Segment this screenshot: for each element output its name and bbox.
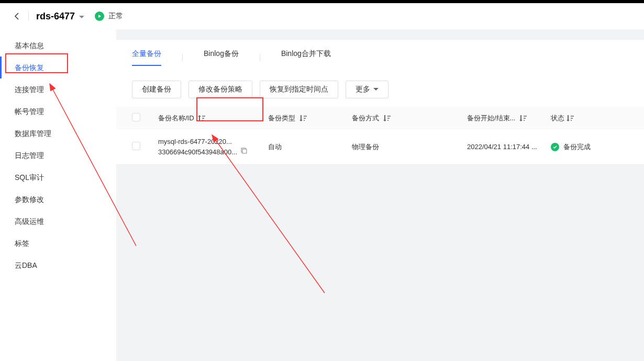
sidebar-item-tags[interactable]: 标签 <box>0 232 116 254</box>
backup-type: 自动 <box>268 142 352 152</box>
th-time[interactable]: 备份开始/结束... <box>467 114 515 122</box>
th-type[interactable]: 备份类型 <box>268 114 295 122</box>
sort-icon[interactable] <box>198 115 205 121</box>
header-divider <box>28 12 29 21</box>
sidebar: 基本信息 备份恢复 连接管理 帐号管理 数据库管理 日志管理 SQL审计 参数修… <box>0 29 116 361</box>
sort-icon[interactable] <box>519 115 527 121</box>
tab-binlog-backup[interactable]: Binlog备份 <box>204 49 239 66</box>
row-checkbox[interactable] <box>132 142 140 150</box>
restore-to-time-button[interactable]: 恢复到指定时间点 <box>260 81 338 98</box>
main-content: 全量备份 Binlog备份 Binlog合并下载 创建备份 修改备份策略 恢复到… <box>116 29 644 361</box>
sidebar-item-backup-restore[interactable]: 备份恢复 <box>0 57 116 78</box>
instance-name[interactable]: rds-6477 <box>36 11 75 22</box>
status-badge: 备份完成 <box>551 142 591 152</box>
sidebar-item-database[interactable]: 数据库管理 <box>0 122 116 144</box>
backup-name-cell: mysql-rds-6477-20220... 3306694c90f54394… <box>158 137 268 157</box>
sidebar-item-basic-info[interactable]: 基本信息 <box>0 35 116 57</box>
sidebar-item-connection[interactable]: 连接管理 <box>0 78 116 100</box>
status-text: 正常 <box>108 12 123 21</box>
page-header: rds-6477 正常 <box>0 3 644 29</box>
copy-icon[interactable] <box>240 147 248 157</box>
backup-id: 3306694c90f543948a00... <box>158 147 237 157</box>
select-all-checkbox[interactable] <box>132 113 140 121</box>
status-label: 备份完成 <box>563 142 591 152</box>
more-button[interactable]: 更多 <box>346 81 388 98</box>
sort-icon[interactable] <box>567 115 574 121</box>
backup-method: 物理备份 <box>352 142 467 152</box>
tab-divider <box>182 54 183 61</box>
th-status[interactable]: 状态 <box>551 114 564 123</box>
back-button[interactable] <box>10 10 23 22</box>
th-name[interactable]: 备份名称/ID <box>158 114 194 122</box>
backup-table: 备份名称/ID 备份类型 备份方式 <box>116 107 644 165</box>
table-header: 备份名称/ID 备份类型 备份方式 <box>116 107 644 129</box>
instance-dropdown-icon[interactable] <box>79 12 84 20</box>
th-method[interactable]: 备份方式 <box>352 114 379 122</box>
tab-full-backup[interactable]: 全量备份 <box>132 49 161 66</box>
sort-icon[interactable] <box>383 115 391 121</box>
sidebar-item-advanced[interactable]: 高级运维 <box>0 210 116 232</box>
sidebar-item-account[interactable]: 帐号管理 <box>0 100 116 122</box>
modify-backup-policy-button[interactable]: 修改备份策略 <box>188 81 252 98</box>
sidebar-item-cloud-dba[interactable]: 云DBA <box>0 254 116 276</box>
toolbar: 创建备份 修改备份策略 恢复到指定时间点 更多 <box>116 66 644 107</box>
check-circle-icon <box>551 143 559 151</box>
create-backup-button[interactable]: 创建备份 <box>132 81 181 98</box>
backup-time: 2022/04/21 11:17:44 ... <box>467 143 551 151</box>
tabs-bar: 全量备份 Binlog备份 Binlog合并下载 <box>116 40 644 66</box>
more-button-label: 更多 <box>356 85 370 94</box>
status-running-icon <box>95 12 104 21</box>
tab-divider <box>260 54 260 61</box>
backup-name: mysql-rds-6477-20220... <box>158 137 252 147</box>
sidebar-item-sql-audit[interactable]: SQL审计 <box>0 166 116 188</box>
sidebar-item-params[interactable]: 参数修改 <box>0 188 116 210</box>
sidebar-item-logs[interactable]: 日志管理 <box>0 144 116 166</box>
tab-binlog-merge[interactable]: Binlog合并下载 <box>281 49 331 66</box>
sort-icon[interactable] <box>299 115 307 121</box>
svg-rect-1 <box>242 149 247 153</box>
table-row[interactable]: mysql-rds-6477-20220... 3306694c90f54394… <box>116 129 644 165</box>
